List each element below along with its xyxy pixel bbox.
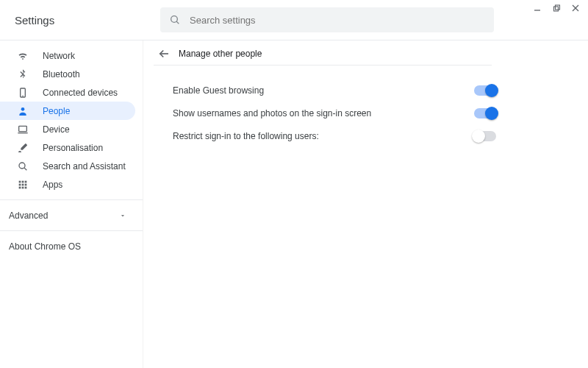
sidebar-item-network[interactable]: Network [0,46,135,65]
chevron-down-icon [119,212,126,219]
sidebar-item-label: Search and Assistant [43,161,126,171]
svg-point-12 [19,163,25,169]
page-title: Settings [15,14,160,26]
sidebar-item-label: Connected devices [43,88,118,98]
svg-rect-22 [25,186,27,188]
sidebar-item-people[interactable]: People [0,102,135,120]
svg-point-5 [171,16,178,23]
window-controls [532,3,581,13]
sidebar-item-label: Device [43,124,70,135]
search-sidebar-icon [16,160,29,173]
svg-rect-17 [19,183,21,185]
sidebar-item-label: Personalisation [43,143,103,153]
search-input[interactable] [190,15,485,26]
apps-icon [16,178,29,191]
close-icon[interactable] [570,3,581,13]
setting-label: Restrict sign-in to the following users: [173,131,319,141]
laptop-icon [16,123,29,136]
sidebar-divider [0,199,143,200]
svg-line-6 [176,21,179,24]
setting-restrict-signin: Restrict sign-in to the following users: [173,124,496,147]
toggle-guest-browsing[interactable] [474,85,496,96]
wifi-icon [16,49,29,63]
sidebar-item-label: Apps [43,180,62,190]
bluetooth-icon [16,68,29,81]
toggle-knob [485,107,498,120]
person-icon [16,105,29,118]
sidebar-item-label: Bluetooth [43,69,80,79]
advanced-label: Advanced [9,210,48,221]
setting-guest-browsing: Enable Guest browsing [173,79,496,102]
toggle-show-usernames[interactable] [474,108,496,118]
svg-rect-18 [22,183,24,185]
subheader: Manage other people [154,40,492,66]
back-button[interactable] [154,47,174,60]
sidebar-about[interactable]: About Chrome OS [0,237,143,255]
body: Network Bluetooth Connected devices Peop… [0,40,588,368]
sidebar-item-bluetooth[interactable]: Bluetooth [0,65,135,83]
main-content: Manage other people Enable Guest browsin… [143,40,588,368]
sidebar-item-apps[interactable]: Apps [0,175,135,194]
search-icon [169,14,181,26]
sidebar-divider [0,230,143,231]
brush-icon [16,141,29,155]
toggle-knob [472,130,485,143]
svg-rect-20 [19,186,21,188]
svg-rect-21 [22,186,24,188]
sidebar-item-device[interactable]: Device [0,120,135,138]
toggle-restrict-signin[interactable] [474,131,496,141]
toggle-knob [485,84,498,97]
sidebar-item-label: Network [43,51,75,61]
phone-icon [16,86,29,99]
svg-line-13 [24,167,26,169]
about-label: About Chrome OS [9,241,81,252]
sidebar: Network Bluetooth Connected devices Peop… [0,40,143,368]
subheader-title: Manage other people [179,49,262,59]
setting-show-usernames: Show usernames and photos on the sign-in… [173,102,496,124]
settings-list: Enable Guest browsing Show usernames and… [173,66,496,147]
svg-rect-10 [19,126,27,131]
svg-rect-15 [22,180,24,183]
svg-rect-19 [25,183,27,185]
search-container[interactable] [160,7,494,32]
svg-point-9 [21,107,25,111]
setting-label: Enable Guest browsing [173,85,264,96]
svg-rect-14 [19,180,21,183]
sidebar-item-connected-devices[interactable]: Connected devices [0,83,135,102]
header: Settings [0,0,588,40]
maximize-icon[interactable] [551,3,562,13]
sidebar-item-label: People [43,106,70,116]
svg-rect-2 [555,5,559,10]
arrow-left-icon [157,47,171,60]
sidebar-advanced[interactable]: Advanced [0,206,143,224]
setting-label: Show usernames and photos on the sign-in… [173,108,371,118]
minimize-icon[interactable] [532,3,542,13]
svg-rect-1 [553,7,558,11]
sidebar-item-personalisation[interactable]: Personalisation [0,138,135,157]
sidebar-item-search-assistant[interactable]: Search and Assistant [0,157,135,175]
svg-rect-16 [25,180,27,183]
